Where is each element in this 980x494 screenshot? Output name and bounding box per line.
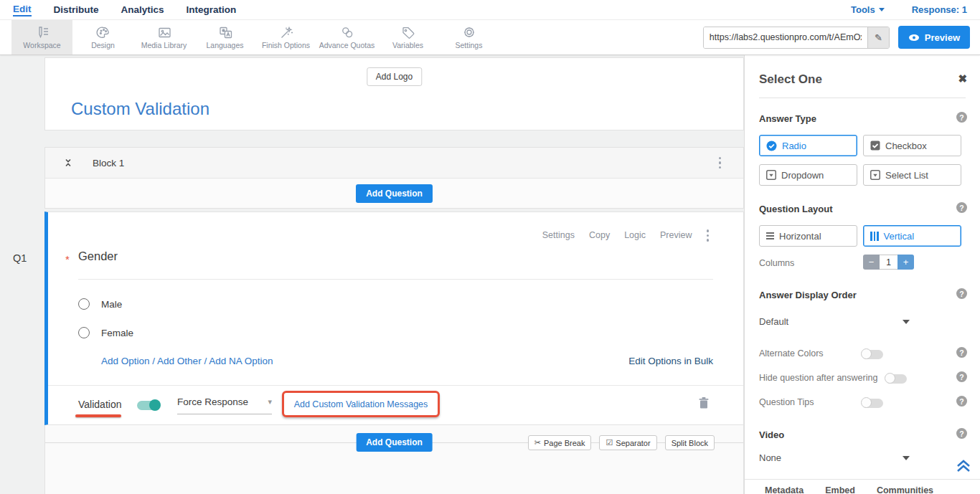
toolbar-item-variables[interactable]: Variables <box>377 20 438 54</box>
force-response-dropdown[interactable]: Force Response ▾ <box>177 396 272 414</box>
question-menu-icon[interactable] <box>707 229 710 242</box>
help-icon[interactable]: ? <box>956 428 967 439</box>
add-na-option-link[interactable]: Add NA Option <box>209 356 273 366</box>
help-icon[interactable]: ? <box>956 371 967 382</box>
collapse-block-icon[interactable] <box>63 158 73 168</box>
response-count-link[interactable]: Response: 1 <box>912 4 967 15</box>
close-icon[interactable]: ✖ <box>958 72 967 85</box>
nav-tab-edit[interactable]: Edit <box>13 4 32 16</box>
answer-type-radio-button[interactable]: Radio <box>759 135 857 156</box>
columns-stepper: − 1 + <box>863 255 914 270</box>
double-chevron-up-icon <box>956 459 971 473</box>
survey-url-input[interactable] <box>704 27 867 48</box>
scroll-to-top-button[interactable] <box>956 459 971 476</box>
answer-option-label[interactable]: Male <box>101 299 122 310</box>
force-response-label: Force Response <box>177 396 248 407</box>
divider <box>759 98 966 98</box>
help-icon[interactable]: ? <box>956 288 967 299</box>
delete-question-button[interactable] <box>698 396 710 412</box>
tools-menu[interactable]: Tools <box>851 4 885 15</box>
add-custom-validation-messages-link[interactable]: Add Custom Validation Messages <box>294 399 428 409</box>
help-icon[interactable]: ? <box>956 396 967 407</box>
answer-type-select-list-button[interactable]: Select List <box>863 164 961 186</box>
answer-type-label-text: Radio <box>782 141 806 151</box>
help-icon[interactable]: ? <box>956 202 967 213</box>
video-dropdown[interactable]: None <box>759 452 910 463</box>
help-icon[interactable]: ? <box>956 112 967 123</box>
tab-communities[interactable]: Communities <box>877 485 933 494</box>
tab-metadata[interactable]: Metadata <box>765 485 804 494</box>
columns-decrement-button[interactable]: − <box>863 255 880 270</box>
block-footer: Add Question ✂ Page Break ☑ Separator Sp… <box>44 425 744 494</box>
question-copy-link[interactable]: Copy <box>589 230 610 240</box>
question-preview-link[interactable]: Preview <box>660 230 692 240</box>
answer-option-label[interactable]: Female <box>101 328 133 338</box>
nav-tab-integration[interactable]: Integration <box>187 4 237 15</box>
vertical-bars-icon <box>870 232 879 241</box>
preview-button[interactable]: Preview <box>898 26 970 49</box>
block-menu-icon[interactable] <box>719 157 722 169</box>
layout-label-text: Vertical <box>884 231 915 242</box>
divider <box>745 479 980 480</box>
page-break-button[interactable]: ✂ Page Break <box>528 435 592 450</box>
toolbar-item-media-library[interactable]: Media Library <box>133 20 194 54</box>
toolbar-item-label: Design <box>91 41 115 49</box>
question-tips-label: Question Tips <box>759 397 814 407</box>
tab-embed[interactable]: Embed <box>825 485 855 494</box>
add-option-link[interactable]: Add Option <box>101 356 150 366</box>
tag-icon <box>400 25 416 39</box>
question-text[interactable]: Gender <box>78 250 118 263</box>
columns-value[interactable]: 1 <box>880 255 897 270</box>
add-other-link[interactable]: Add Other <box>157 356 202 366</box>
toolbar-item-languages[interactable]: Languages <box>194 20 255 54</box>
toolbar-item-design[interactable]: Design <box>72 20 133 54</box>
editor-toolbar: Workspace Design Media Library Languages… <box>0 20 980 55</box>
answer-option-row[interactable]: Female <box>78 327 133 338</box>
help-icon[interactable]: ? <box>956 347 967 358</box>
survey-title[interactable]: Custom Validation <box>71 99 209 119</box>
add-question-button-bottom[interactable]: Add Question <box>356 433 433 452</box>
nav-tab-analytics[interactable]: Analytics <box>121 4 164 15</box>
toolbar-item-advance-quotas[interactable]: Advance Quotas <box>316 20 377 54</box>
question-settings-link[interactable]: Settings <box>542 230 575 240</box>
radio-icon[interactable] <box>78 327 90 338</box>
caret-down-icon <box>879 8 885 11</box>
split-block-button[interactable]: Split Block <box>665 435 715 450</box>
question-logic-link[interactable]: Logic <box>624 230 646 240</box>
layout-vertical-button[interactable]: Vertical <box>863 225 961 247</box>
block-title[interactable]: Block 1 <box>93 158 124 168</box>
question-tips-toggle[interactable] <box>862 399 883 408</box>
columns-increment-button[interactable]: + <box>897 255 914 270</box>
select-list-icon <box>870 170 880 180</box>
scissors-icon: ✂ <box>534 438 541 447</box>
add-question-button[interactable]: Add Question <box>356 184 433 203</box>
hide-question-after-answering-toggle[interactable] <box>885 374 907 384</box>
toolbar-item-label: Variables <box>392 41 423 49</box>
alternate-colors-toggle[interactable] <box>862 350 883 359</box>
separator-button[interactable]: ☑ Separator <box>599 435 656 450</box>
nav-tab-distribute[interactable]: Distribute <box>54 4 99 15</box>
toolbar-item-settings[interactable]: Settings <box>438 20 499 54</box>
edit-url-button[interactable]: ✎ <box>867 27 889 48</box>
answer-display-order-label: Answer Display Order <box>759 290 857 300</box>
separator-label: Separator <box>616 439 650 447</box>
validation-label: Validation <box>78 399 121 410</box>
answer-type-label: Answer Type <box>759 113 816 124</box>
answer-type-label-text: Checkbox <box>885 141 927 151</box>
answer-type-checkbox-button[interactable]: Checkbox <box>863 135 961 156</box>
radio-icon[interactable] <box>78 298 90 310</box>
answer-display-order-value: Default <box>759 316 788 327</box>
add-logo-button[interactable]: Add Logo <box>367 67 422 86</box>
answer-display-order-dropdown[interactable]: Default <box>759 316 910 327</box>
toolbar-item-workspace[interactable]: Workspace <box>11 20 72 54</box>
answer-type-label-text: Dropdown <box>781 170 824 181</box>
answer-option-row[interactable]: Male <box>78 298 122 310</box>
toolbar-item-label: Advance Quotas <box>319 41 375 49</box>
edit-options-in-bulk-link[interactable]: Edit Options in Bulk <box>628 356 713 366</box>
answer-type-dropdown-button[interactable]: Dropdown <box>759 164 857 186</box>
toolbar-item-label: Media Library <box>141 41 187 49</box>
toolbar-item-finish-options[interactable]: Finish Options <box>255 20 316 54</box>
layout-horizontal-button[interactable]: Horizontal <box>759 225 857 247</box>
validation-toggle[interactable] <box>137 401 160 410</box>
panel-title: Select One <box>759 72 822 87</box>
